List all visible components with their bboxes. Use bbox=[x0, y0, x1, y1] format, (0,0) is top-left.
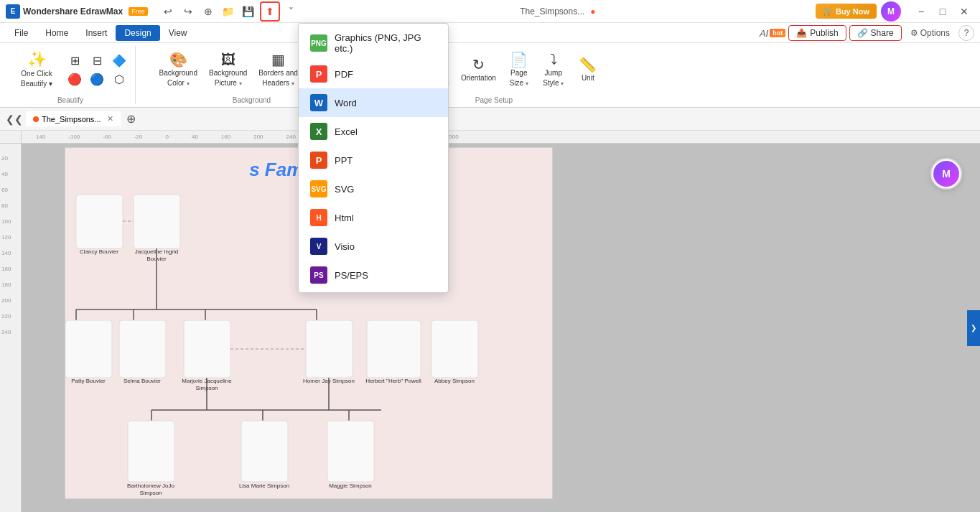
gear-icon: ⚙ bbox=[910, 28, 918, 38]
canvas-wrapper: 140 -100 -60 -20 0 40 160 200 240 280 36… bbox=[22, 131, 980, 512]
export-ppt-item[interactable]: P PPT bbox=[299, 146, 448, 174]
beautify-label2: Beautify ▾ bbox=[21, 80, 52, 88]
user-avatar[interactable]: M bbox=[881, 1, 901, 22]
export-pdf-item[interactable]: P PDF bbox=[299, 60, 448, 88]
redo-button[interactable]: ↪ bbox=[179, 3, 197, 20]
menu-file[interactable]: File bbox=[6, 25, 37, 41]
unit-icon: 📏 bbox=[579, 57, 597, 72]
export-svg-item[interactable]: SVG SVG bbox=[299, 174, 448, 203]
floating-assistant[interactable]: M bbox=[930, 158, 962, 190]
title-dot: ● bbox=[590, 6, 595, 17]
buy-now-button[interactable]: 🛒 Buy Now bbox=[816, 4, 877, 19]
tab-simpsons[interactable]: The_Simpsons... ✕ bbox=[26, 111, 121, 126]
ruler-h-mark: -100 bbox=[68, 134, 80, 140]
tab-close-icon[interactable]: ✕ bbox=[107, 114, 113, 124]
export-button[interactable]: ⬆ bbox=[261, 3, 279, 20]
ruler-horizontal: 140 -100 -60 -20 0 40 160 200 240 280 36… bbox=[22, 131, 980, 144]
jump-label: Jump bbox=[545, 69, 562, 77]
svg-icon: SVG bbox=[310, 180, 327, 197]
save-button[interactable]: 💾 bbox=[240, 3, 257, 20]
svg-text:Maggie Simpson: Maggie Simpson bbox=[329, 483, 372, 489]
pseps-icon: PS bbox=[310, 266, 327, 284]
menu-insert[interactable]: Insert bbox=[77, 25, 116, 41]
hot-badge: hot bbox=[770, 29, 785, 37]
right-panel-toggle[interactable]: ❯ bbox=[967, 310, 980, 346]
page-size-icon: 📄 bbox=[510, 52, 528, 67]
beautify-buttons: ✨ One Click Beautify ▾ ⊞ ⊟ 🔷 bbox=[11, 46, 129, 93]
menu-home[interactable]: Home bbox=[37, 25, 77, 41]
borders-headers-button[interactable]: ▦ Borders and Headers ▾ bbox=[254, 50, 302, 90]
borders-label2: Headers ▾ bbox=[262, 79, 294, 87]
options-button[interactable]: ⚙ Options bbox=[905, 26, 956, 40]
ruler-h-mark: -20 bbox=[134, 134, 143, 140]
collapse-panel-button[interactable]: ❮❮ bbox=[6, 111, 23, 128]
layout-btn-2[interactable]: ⊟ bbox=[87, 52, 107, 69]
open-button[interactable]: 📁 bbox=[220, 3, 237, 20]
svg-rect-19 bbox=[65, 320, 112, 378]
ruler-vertical: 20 40 60 80 100 120 140 160 180 200 220 … bbox=[0, 131, 22, 512]
menu-design[interactable]: Design bbox=[116, 25, 159, 41]
ruler-v-mark: 60 bbox=[1, 182, 11, 198]
ai-section: AI hot bbox=[760, 28, 785, 39]
export-pseps-item[interactable]: PS PS/EPS bbox=[299, 261, 448, 289]
close-button[interactable]: ✕ bbox=[954, 1, 974, 22]
publish-icon: 📤 bbox=[796, 28, 807, 38]
orientation-label: Orientation bbox=[461, 74, 496, 82]
export-graphics-label: Graphics (PNG, JPG etc.) bbox=[335, 32, 437, 54]
orientation-button[interactable]: ↻ Orientation bbox=[457, 55, 500, 85]
main-area: 20 40 60 80 100 120 140 160 180 200 220 … bbox=[0, 131, 980, 512]
export-html-item[interactable]: H Html bbox=[299, 203, 448, 232]
minimize-button[interactable]: − bbox=[911, 1, 931, 22]
background-picture-button[interactable]: 🖼 Background Picture ▾ bbox=[205, 50, 251, 90]
free-badge: Free bbox=[129, 7, 148, 16]
add-tab-button[interactable]: ⊕ bbox=[123, 112, 139, 126]
canvas-area[interactable]: s Family Tree Clancy Bouvier Jacqueline … bbox=[22, 144, 980, 512]
svg-rect-39 bbox=[128, 421, 174, 482]
beautify-label: One Click bbox=[21, 70, 52, 78]
svg-rect-23 bbox=[184, 320, 230, 378]
buy-now-icon: 🛒 bbox=[823, 6, 833, 16]
background-color-button[interactable]: 🎨 Background Color ▾ bbox=[155, 50, 202, 90]
undo-button[interactable]: ↩ bbox=[159, 3, 177, 20]
visio-icon: V bbox=[310, 238, 327, 255]
svg-rect-0 bbox=[76, 195, 123, 248]
svg-rect-21 bbox=[119, 320, 166, 378]
export-excel-item[interactable]: X Excel bbox=[299, 117, 448, 146]
unit-button[interactable]: 📏 Unit bbox=[572, 55, 604, 85]
beautify-group-label: Beautify bbox=[57, 93, 83, 104]
publish-button[interactable]: 📤 Publish bbox=[788, 25, 846, 41]
options-label: Options bbox=[920, 28, 950, 38]
layout-icon-3: 🔷 bbox=[112, 54, 126, 68]
doc-title: The_Simpsons... ● bbox=[300, 6, 816, 17]
layout-btn-3[interactable]: 🔷 bbox=[109, 52, 129, 69]
tab-dot bbox=[33, 116, 39, 122]
graphics-icon: PNG bbox=[310, 34, 327, 52]
share-button[interactable]: 🔗 Share bbox=[849, 25, 902, 41]
buy-now-label: Buy Now bbox=[836, 7, 869, 16]
menu-view[interactable]: View bbox=[160, 25, 196, 41]
new-button[interactable]: ⊕ bbox=[200, 3, 217, 20]
layout-btn-1[interactable]: ⊞ bbox=[65, 52, 85, 69]
more-button[interactable]: ˅ bbox=[283, 3, 300, 20]
jump-style-button[interactable]: ⤵ Jump Style ▾ bbox=[538, 50, 569, 90]
maximize-button[interactable]: □ bbox=[933, 1, 953, 22]
ruler-h-mark: 240 bbox=[286, 134, 296, 140]
help-button[interactable]: ? bbox=[958, 25, 974, 41]
borders-icon: ▦ bbox=[271, 52, 285, 67]
layout-icon-5: 🔵 bbox=[90, 73, 104, 86]
page-size-label: Page bbox=[510, 69, 527, 77]
export-visio-item[interactable]: V Visio bbox=[299, 232, 448, 261]
export-word-item[interactable]: W Word bbox=[299, 88, 448, 117]
layout-btn-4[interactable]: 🔴 bbox=[65, 71, 85, 88]
layout-btn-6[interactable]: ⬡ bbox=[109, 71, 129, 88]
layout-btn-5[interactable]: 🔵 bbox=[87, 71, 107, 88]
export-dropdown: PNG Graphics (PNG, JPG etc.) P PDF W Wor… bbox=[298, 23, 449, 293]
page-size-button[interactable]: 📄 Page Size ▾ bbox=[503, 50, 535, 90]
app-name: Wondershare EdrawMax bbox=[23, 6, 123, 17]
orientation-icon: ↻ bbox=[472, 57, 485, 72]
one-click-beautify-button[interactable]: ✨ One Click Beautify ▾ bbox=[11, 49, 62, 90]
export-graphics-item[interactable]: PNG Graphics (PNG, JPG etc.) bbox=[299, 27, 448, 60]
ruler-v-mark: 140 bbox=[1, 246, 11, 261]
chevron-right-icon: ❯ bbox=[971, 324, 976, 332]
unit-label: Unit bbox=[582, 74, 594, 82]
